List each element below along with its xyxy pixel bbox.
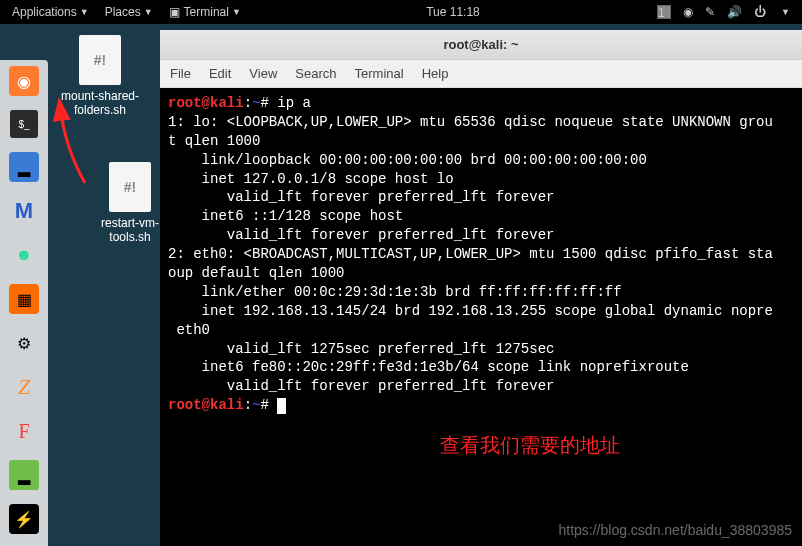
output-line: valid_lft forever preferred_lft forever [168, 189, 554, 205]
terminal-app-menu[interactable]: ▣ Terminal▼ [161, 0, 249, 24]
script-file-icon: #! [79, 35, 121, 85]
chevron-down-icon[interactable]: ▼ [781, 7, 790, 17]
terminal-window: root@kali: ~ File Edit View Search Termi… [160, 30, 802, 546]
zenmap-icon[interactable]: Z [9, 372, 39, 402]
power-icon[interactable]: ⏻ [754, 5, 766, 19]
desktop-file-mount[interactable]: #! mount-shared-folders.sh [60, 35, 140, 117]
places-menu[interactable]: Places▼ [97, 0, 161, 24]
menu-view[interactable]: View [249, 66, 277, 81]
workspace-indicator[interactable]: 1 [657, 5, 671, 19]
menu-help[interactable]: Help [422, 66, 449, 81]
menu-file[interactable]: File [170, 66, 191, 81]
menu-edit[interactable]: Edit [209, 66, 231, 81]
command-text: ip a [277, 95, 311, 111]
applications-menu[interactable]: Applications▼ [4, 0, 97, 24]
watermark: https://blog.csdn.net/baidu_38803985 [558, 522, 792, 538]
output-line: valid_lft 1275sec preferred_lft 1275sec [168, 341, 554, 357]
network-icon[interactable]: ✎ [705, 5, 715, 19]
output-line: inet6 ::1/128 scope host [168, 208, 403, 224]
output-line: link/ether 00:0c:29:3d:1e:3b brd ff:ff:f… [168, 284, 622, 300]
prompt-user: root@kali [168, 95, 244, 111]
output-line: link/loopback 00:00:00:00:00:00 brd 00:0… [168, 152, 647, 168]
terminal-output[interactable]: root@kali:~# ip a 1: lo: <LOOPBACK,UP,LO… [160, 88, 802, 546]
output-line: eth0 [168, 322, 210, 338]
menu-search[interactable]: Search [295, 66, 336, 81]
output-line: t qlen 1000 [168, 133, 260, 149]
volume-icon[interactable]: 🔊 [727, 5, 742, 19]
metasploit-icon[interactable]: M [9, 196, 39, 226]
terminal-icon: ▣ [169, 5, 180, 19]
chevron-down-icon: ▼ [144, 7, 153, 17]
terminal-launcher-icon[interactable]: $_ [10, 110, 38, 138]
prompt-user: root@kali [168, 397, 244, 413]
tweaks-icon[interactable]: ⚡ [9, 504, 39, 534]
leafpad-icon[interactable]: ▂ [9, 460, 39, 490]
output-line: valid_lft forever preferred_lft forever [168, 227, 554, 243]
burp-icon[interactable]: ▦ [9, 284, 39, 314]
output-line: inet 127.0.0.1/8 scope host lo [168, 171, 454, 187]
output-line: inet 192.168.13.145/24 brd 192.168.13.25… [168, 303, 773, 319]
window-titlebar[interactable]: root@kali: ~ [160, 30, 802, 60]
desktop-file-restart[interactable]: #! restart-vm-tools.sh [90, 162, 170, 244]
armitage-icon[interactable]: ☻ [9, 240, 39, 270]
top-panel: Applications▼ Places▼ ▣ Terminal▼ Tue 11… [0, 0, 802, 24]
menu-terminal[interactable]: Terminal [355, 66, 404, 81]
files-icon[interactable]: ▂ [9, 152, 39, 182]
menubar: File Edit View Search Terminal Help [160, 60, 802, 88]
output-line: valid_lft forever preferred_lft forever [168, 378, 554, 394]
faraday-icon[interactable]: F [9, 416, 39, 446]
sound-recorder-icon[interactable]: ◉ [683, 5, 693, 19]
output-line: 2: eth0: <BROADCAST,MULTICAST,UP,LOWER_U… [168, 246, 773, 262]
output-line: 1: lo: <LOOPBACK,UP,LOWER_UP> mtu 65536 … [168, 114, 773, 130]
firefox-icon[interactable]: ◉ [9, 66, 39, 96]
dock: ◉ $_ ▂ M ☻ ▦ ⚙ Z F ▂ ⚡ ⋮⋮⋮ [0, 60, 48, 546]
output-line: oup default qlen 1000 [168, 265, 344, 281]
file-label: restart-vm-tools.sh [90, 216, 170, 244]
chevron-down-icon: ▼ [80, 7, 89, 17]
file-label: mount-shared-folders.sh [60, 89, 140, 117]
chevron-down-icon: ▼ [232, 7, 241, 17]
output-line: inet6 fe80::20c:29ff:fe3d:1e3b/64 scope … [168, 359, 689, 375]
color-tool-icon[interactable]: ⚙ [9, 328, 39, 358]
clock[interactable]: Tue 11:18 [418, 0, 488, 24]
cursor [277, 398, 286, 414]
script-file-icon: #! [109, 162, 151, 212]
